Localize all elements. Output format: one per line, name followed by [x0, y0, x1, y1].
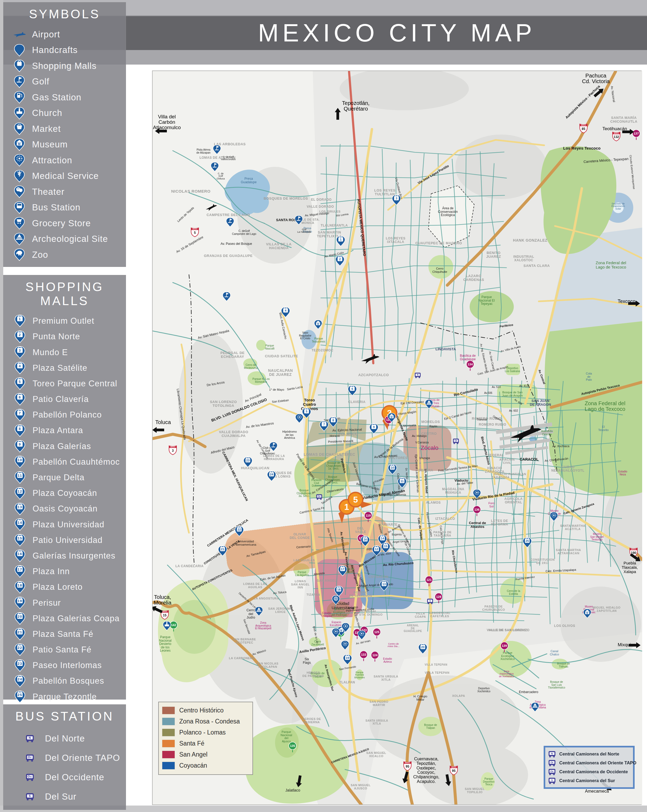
- mall-item: 25 Parque Tezontle: [3, 689, 126, 705]
- map-label: Zócalo: [421, 444, 438, 451]
- map-label: Pista Aéreade Atizapan: [196, 148, 211, 154]
- map-label: VILLA TEPEPAN: [425, 671, 450, 674]
- svg-text:7: 7: [19, 411, 21, 415]
- svg-text:12: 12: [17, 489, 22, 493]
- svg-text:4: 4: [285, 309, 287, 312]
- svg-text:22: 22: [17, 646, 22, 650]
- mall-number-pin-icon: 24: [12, 675, 28, 688]
- district-legend-row: Zona Rosa - Condesa: [162, 716, 249, 727]
- district-label: Zona Rosa - Condesa: [179, 718, 240, 725]
- map-label: SAN LORENZOTOTOLINGA: [210, 400, 237, 408]
- map-label: Transval: [477, 418, 487, 421]
- map-label: SAN MIGUELXICALCO: [366, 751, 386, 758]
- map-label: Basílica deGuadalupe: [460, 354, 476, 361]
- symbol-label: Golf: [32, 76, 49, 87]
- district-legend-row: Polanco - Lomas: [162, 727, 249, 738]
- svg-text:12: 12: [375, 548, 378, 551]
- mall-number-pin-icon: 16: [12, 549, 28, 562]
- map-label: Centro deArtes Sta...: [387, 643, 400, 648]
- svg-text:95: 95: [452, 769, 456, 773]
- mall-number-pin-icon: 13: [12, 502, 28, 516]
- svg-text:6: 6: [19, 395, 21, 399]
- svg-text:25: 25: [17, 693, 22, 697]
- map-label: NICOLAS ROMERO: [171, 189, 211, 194]
- mall-label: Plaza Inn: [32, 566, 70, 576]
- symbol-icon: [11, 44, 28, 57]
- map-label: INDUSTRIALXALOSTOC: [513, 255, 534, 262]
- svg-text:2: 2: [19, 333, 21, 337]
- svg-text:133: 133: [361, 653, 366, 656]
- mall-number-pin-icon: 22: [12, 643, 28, 656]
- symbol-icon: [11, 122, 28, 135]
- bus-station-item: Oc Del Occidente: [3, 768, 126, 787]
- mall-label: Plaza Loreto: [32, 582, 83, 592]
- mall-item: 9 Plaza Galerías: [3, 438, 126, 454]
- map-label: SAN BERNABEOCOTEPEC: [233, 638, 256, 644]
- bus-station-label: Del Sur: [45, 792, 76, 802]
- mall-item: 6 Patio Clavería: [3, 391, 126, 407]
- mall-item: 13 Oasis Coyoacán: [3, 501, 126, 517]
- shopping-malls-list: 1 Premium Outlet 2 Punta Norte 3 Mundo E…: [3, 313, 126, 705]
- mall-label: Premium Outlet: [32, 316, 94, 326]
- svg-text:13: 13: [17, 505, 22, 509]
- map-label: XOLAPA: [452, 694, 465, 698]
- map-label: IGNACIOZARAGOZA: [492, 472, 509, 479]
- mall-item: 14 Plaza Universidad: [3, 517, 126, 532]
- page-left-margin: [0, 0, 3, 812]
- svg-text:9: 9: [19, 442, 21, 446]
- bus-station-panel: BUS STATION N Del Norte Or Del Oriente T…: [3, 704, 126, 810]
- district-label: Centro Histórico: [179, 707, 224, 714]
- map-label: Av.506: [484, 391, 493, 394]
- svg-text:3: 3: [19, 348, 21, 353]
- mall-item: 8 Plaza Antara: [3, 423, 126, 438]
- map-label: Jalatlaco: [285, 788, 300, 792]
- symbol-item: Airport: [3, 27, 126, 43]
- map-label: Av. Xochiaca: [552, 444, 569, 448]
- mall-item: 4 Plaza Satélite: [3, 360, 126, 376]
- map-label: HEROES DEPADIERNA: [302, 717, 321, 724]
- svg-text:16: 16: [364, 538, 367, 541]
- mall-label: Plaza Santa Fé: [32, 629, 93, 639]
- map-label: Viaducto: [454, 479, 468, 482]
- district-legend: Centro Histórico Zona Rosa - Condesa Pol…: [158, 702, 253, 775]
- map-label: Av. 510: [492, 386, 501, 389]
- map-label: Bosque deTláhuac: [557, 662, 570, 668]
- map-label: LOS OLIVOS: [554, 624, 575, 628]
- map-label: Tepozotlán,Querétaro: [342, 100, 370, 111]
- svg-text:17: 17: [17, 568, 22, 572]
- mall-item: 11 Parque Delta: [3, 470, 126, 485]
- mall-label: Paseo Interlomas: [32, 661, 102, 670]
- symbol-item: Gas Station: [3, 90, 126, 105]
- symbol-item: Archeological Site: [3, 231, 126, 247]
- svg-text:23: 23: [17, 662, 22, 665]
- terminal-legend-row: Oc Central Camionera de Occidente: [548, 767, 630, 776]
- symbol-icon: [11, 107, 28, 120]
- symbol-item: Zoo: [3, 247, 126, 263]
- symbol-item: Golf: [3, 74, 126, 90]
- district-label: Santa Fé: [179, 740, 204, 747]
- terminal-legend-row: S Central Camionera del Sur: [548, 776, 630, 785]
- symbol-item: Market: [3, 121, 126, 137]
- symbol-item: Theater: [3, 184, 126, 200]
- map-label: LA CARBONERA: [229, 656, 255, 660]
- mall-item: 3 Mundo E: [3, 344, 126, 360]
- map-label: VILLAS DE LAHACIENDA: [266, 242, 292, 250]
- map-label: Los Reyes Texcoco: [563, 146, 601, 150]
- bus-station-item: S Del Sur: [3, 787, 126, 806]
- mall-number-pin-icon: 23: [12, 659, 28, 672]
- page-title: MEXICO CITY MAP: [152, 19, 642, 47]
- district-legend-row: San Angel: [162, 749, 249, 760]
- mall-number-pin-icon: 12: [12, 487, 28, 500]
- bus-terminal-icon: Oc: [19, 773, 41, 782]
- mall-item: 21 Plaza Santa Fé: [3, 626, 126, 642]
- svg-text:MEXICO: MEXICO: [170, 446, 176, 448]
- mall-item: 2 Punta Norte: [3, 329, 126, 344]
- svg-text:15: 15: [17, 536, 22, 540]
- symbol-label: Church: [32, 108, 62, 118]
- svg-text:1: 1: [344, 502, 349, 512]
- svg-text:17: 17: [341, 568, 344, 571]
- bus-terminal-icon: S: [548, 776, 556, 785]
- mall-label: Plaza Universidad: [32, 520, 104, 530]
- mall-number-pin-icon: 3: [12, 346, 28, 359]
- mall-number-pin-icon: 2: [12, 330, 28, 343]
